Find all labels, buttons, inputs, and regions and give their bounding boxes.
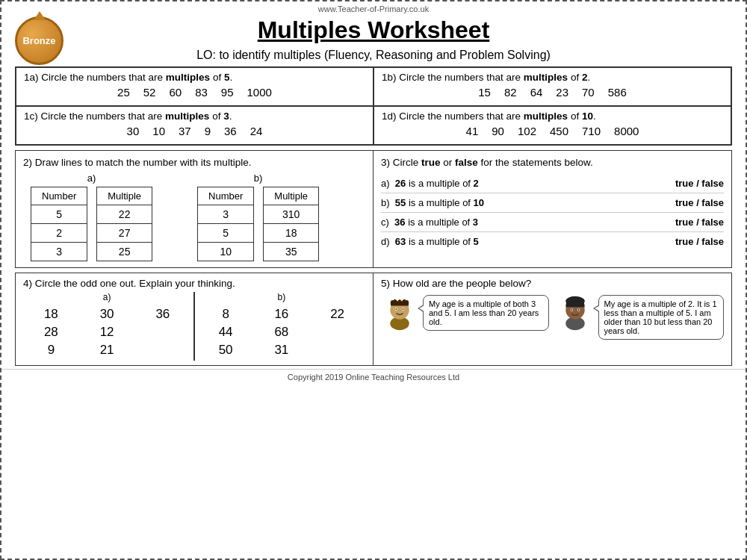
- tf-item-d: d) 63 is a multiple of 5 true / false: [381, 232, 724, 251]
- s2-instruction: Draw lines to match the number with its …: [35, 157, 252, 168]
- tf-item-a: a) 26 is a multiple of 2 true / false: [381, 174, 724, 193]
- section-1: 1a) Circle the numbers that are multiple…: [15, 66, 732, 146]
- age-content: My age is a multiple of both 3 and 5. I …: [381, 295, 724, 340]
- person2-speech: My age is a multiple of 2. It is 1 less …: [598, 295, 725, 340]
- q1d-numbers: 41 90 102 450 710 8000: [382, 122, 723, 140]
- footer: Copyright 2019 Online Teaching Resources…: [1, 369, 746, 385]
- q1a-numbers: 25 52 60 83 95 1000: [24, 83, 365, 102]
- question-1c: 1c) Circle the numbers that are multiple…: [16, 106, 374, 145]
- q1c-label: 1c): [24, 111, 38, 122]
- s5-label: 5): [381, 278, 390, 289]
- section-3: 3) Circle true or false for the statemen…: [374, 151, 731, 267]
- learning-objective: LO: to identify multiples (Fluency, Reas…: [1, 46, 746, 66]
- s4-instruction: Circle the odd one out. Explain your thi…: [35, 278, 235, 289]
- svg-point-11: [571, 309, 572, 311]
- odd-group-b: b) 8 16 22 44 68 50 31: [198, 292, 365, 361]
- odd-grid-b: 8 16 22 44 68 50 31: [198, 304, 365, 361]
- match-table-a-multiples: Multiple 22 27 25: [96, 187, 152, 261]
- q1c-numbers: 30 10 37 9 36 24: [24, 122, 365, 140]
- person2-icon: [557, 295, 594, 332]
- odd-groups: a) 18 30 36 28 12 9 21: [23, 292, 365, 361]
- website-url: www.Teacher-of-Primary.co.uk: [1, 1, 746, 15]
- person1-speech: My age is a multiple of both 3 and 5. I …: [423, 295, 549, 331]
- match-table-b-multiples: Multiple 310 18 35: [263, 187, 319, 261]
- s4-label: 4): [23, 278, 32, 289]
- page-title: Multiples Worksheet: [1, 15, 746, 46]
- q1d-instruction: Circle the numbers that are multiples of…: [399, 111, 595, 122]
- matching-group-a: a) Number 5 2 3 Multiple 22 27: [31, 172, 152, 261]
- s5-instruction: How old are the people below?: [393, 278, 531, 289]
- section-4: 4) Circle the odd one out. Explain your …: [16, 273, 374, 365]
- section-5: 5) How old are the people below?: [374, 273, 731, 365]
- svg-point-8: [565, 296, 584, 306]
- q1b-label: 1b): [382, 72, 397, 83]
- page: Bronze www.Teacher-of-Primary.co.uk Mult…: [0, 0, 747, 560]
- person1-icon: [381, 295, 418, 332]
- person-1: My age is a multiple of both 3 and 5. I …: [381, 295, 549, 332]
- q1b-numbers: 15 82 64 23 70 586: [382, 83, 723, 102]
- section-4-5: 4) Circle the odd one out. Explain your …: [15, 273, 732, 366]
- tf-item-b: b) 55 is a multiple of 10 true / false: [381, 193, 724, 213]
- matching-tables: a) Number 5 2 3 Multiple 22 27: [23, 172, 365, 261]
- section-2: 2) Draw lines to match the number with i…: [16, 151, 374, 267]
- matching-group-b: b) Number 3 5 10 Multiple 310: [197, 172, 319, 261]
- svg-point-5: [403, 308, 404, 310]
- svg-point-12: [577, 309, 579, 311]
- badge-label: Bronze: [22, 35, 55, 46]
- question-1a: 1a) Circle the numbers that are multiple…: [16, 67, 374, 106]
- question-1b: 1b) Circle the numbers that are multiple…: [374, 67, 731, 106]
- bronze-badge: Bronze: [15, 16, 63, 65]
- section-2-3: 2) Draw lines to match the number with i…: [15, 150, 732, 268]
- s3-label: 3): [381, 157, 390, 168]
- q1d-label: 1d): [382, 111, 397, 122]
- tf-item-c: c) 36 is a multiple of 3 true / false: [381, 213, 724, 232]
- odd-grid-a: 18 30 36 28 12 9 21: [23, 304, 190, 361]
- person-2: My age is a multiple of 2. It is 1 less …: [557, 295, 725, 340]
- match-table-b-numbers: Number 3 5 10: [197, 187, 254, 261]
- question-1d: 1d) Circle the numbers that are multiple…: [374, 106, 731, 145]
- match-table-a-numbers: Number 5 2 3: [31, 187, 87, 261]
- q1a-instruction: Circle the numbers that are multiples of…: [41, 72, 232, 83]
- q1b-instruction: Circle the numbers that are multiples of…: [399, 72, 590, 83]
- odd-group-a: a) 18 30 36 28 12 9 21: [23, 292, 190, 361]
- svg-point-4: [396, 308, 397, 310]
- q1c-instruction: Circle the numbers that are multiples of…: [41, 111, 232, 122]
- s2-label: 2): [23, 157, 32, 168]
- q1a-label: 1a): [24, 72, 39, 83]
